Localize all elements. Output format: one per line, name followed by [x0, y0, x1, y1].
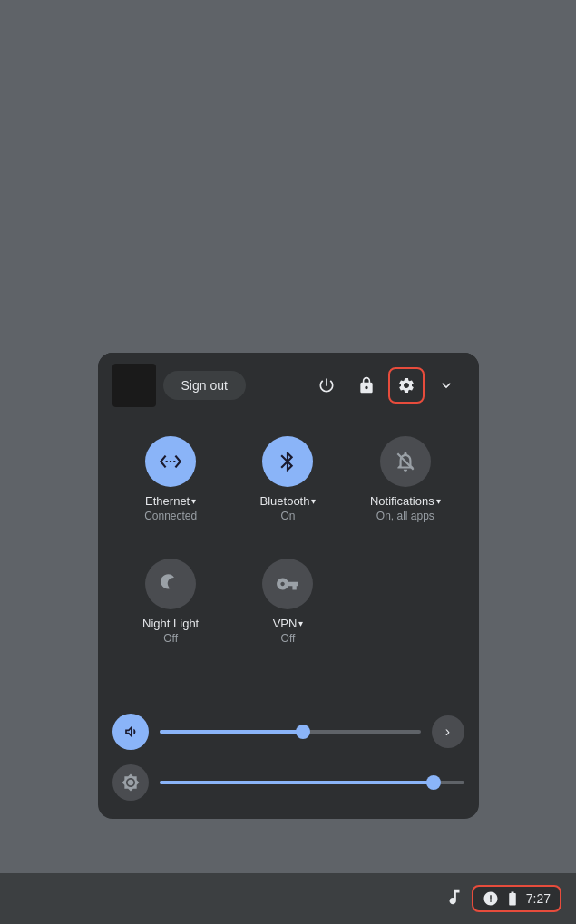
vpn-icon [276, 572, 299, 596]
ethernet-circle [145, 436, 196, 487]
music-note-icon[interactable] [444, 887, 464, 911]
lock-button[interactable] [348, 367, 385, 404]
time-display: 7:27 [526, 891, 551, 906]
bluetooth-icon [276, 450, 299, 473]
spacer [98, 670, 479, 706]
notifications-toggle[interactable]: Notifications ▾ On, all apps [347, 425, 464, 533]
notifications-circle [380, 436, 431, 487]
taskbar-status-group[interactable]: 7:27 [472, 885, 561, 912]
settings-icon [397, 376, 415, 394]
ethernet-caret: ▾ [191, 496, 196, 506]
header-icons [308, 367, 464, 404]
bluetooth-label: Bluetooth ▾ [260, 494, 317, 508]
vpn-circle [262, 559, 313, 609]
volume-icon-button[interactable] [112, 714, 149, 750]
brightness-icon-button[interactable] [112, 764, 149, 801]
night-light-circle [145, 559, 196, 609]
ethernet-label: Ethernet ▾ [145, 494, 196, 508]
power-icon [317, 376, 336, 394]
volume-expand-button[interactable]: › [432, 715, 464, 748]
vpn-caret: ▾ [298, 618, 303, 628]
chevron-down-button[interactable] [428, 367, 464, 404]
brightness-slider-container[interactable] [160, 781, 464, 784]
bluetooth-sublabel: On [280, 510, 295, 522]
toggles-row1: Ethernet ▾ Connected Bluetooth ▾ On [98, 418, 479, 548]
volume-icon [122, 723, 140, 741]
night-light-icon [159, 572, 182, 596]
ethernet-sublabel: Connected [144, 510, 197, 522]
bluetooth-caret: ▾ [311, 496, 316, 506]
chevron-down-icon [437, 376, 455, 394]
power-button[interactable] [308, 367, 345, 404]
brightness-thumb [426, 775, 441, 790]
settings-button[interactable] [388, 367, 425, 404]
notifications-icon [394, 450, 417, 473]
bluetooth-toggle[interactable]: Bluetooth ▾ On [229, 425, 347, 533]
notifications-sublabel: On, all apps [376, 510, 434, 522]
vpn-sublabel: Off [281, 632, 296, 645]
notifications-label: Notifications ▾ [370, 494, 441, 508]
volume-slider-row: › [112, 714, 464, 750]
notification-dot-icon [483, 890, 499, 907]
bluetooth-circle [262, 436, 313, 487]
sign-out-button[interactable]: Sign out [163, 371, 246, 400]
vpn-toggle[interactable]: VPN ▾ Off [229, 548, 347, 656]
night-light-label: Night Light [142, 617, 199, 630]
sliders-area: › [98, 706, 479, 819]
battery-icon [504, 890, 521, 907]
quick-settings-panel: Sign out [98, 353, 479, 819]
panel-header: Sign out [98, 353, 479, 418]
lock-icon [357, 376, 376, 394]
volume-thumb [296, 725, 310, 739]
avatar [112, 364, 156, 407]
ethernet-icon [159, 450, 182, 473]
vpn-label: VPN ▾ [273, 617, 304, 630]
night-light-toggle[interactable]: Night Light Off [112, 548, 229, 656]
night-light-sublabel: Off [163, 632, 178, 645]
volume-track [160, 730, 303, 734]
taskbar: 7:27 [0, 873, 576, 924]
brightness-slider-row [112, 764, 464, 801]
brightness-icon [122, 773, 140, 792]
notifications-caret: ▾ [436, 496, 441, 506]
volume-slider-container[interactable] [160, 730, 421, 734]
brightness-track [160, 781, 434, 784]
ethernet-toggle[interactable]: Ethernet ▾ Connected [112, 425, 229, 533]
toggles-row2: Night Light Off VPN ▾ Off [98, 548, 479, 670]
